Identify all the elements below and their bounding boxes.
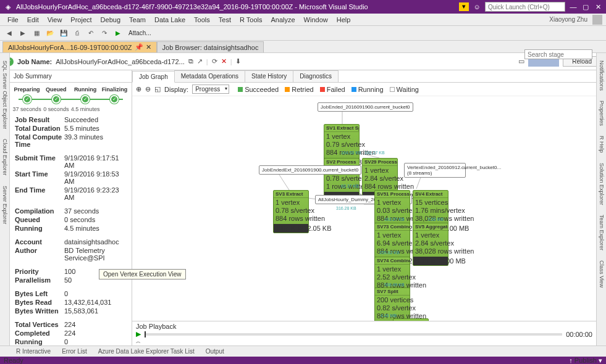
signed-in-user[interactable]: Xiaoyong Zhu xyxy=(545,15,591,24)
menu-datalake[interactable]: Data Lake xyxy=(151,15,189,25)
summary-value: 5.5 minutes xyxy=(64,125,127,132)
fit-icon[interactable]: ◱ xyxy=(154,85,161,93)
bottom-toolwindows: R Interactive Error List Azure Data Lake… xyxy=(0,345,606,357)
tab-adl-tasklist[interactable]: Azure Data Lake Explorer Task List xyxy=(93,347,200,356)
menu-help[interactable]: Help xyxy=(333,15,355,25)
menu-bar: File Edit View Project Debug Team Data L… xyxy=(0,14,606,26)
tab-diagnostics[interactable]: Diagnostics xyxy=(293,70,339,82)
menu-view[interactable]: View xyxy=(44,15,66,25)
avatar-icon[interactable] xyxy=(592,15,602,25)
tab-team-explorer[interactable]: Team Explorer xyxy=(598,212,605,253)
minimize-icon[interactable]: — xyxy=(569,3,578,10)
summary-key: End Time xyxy=(15,186,64,201)
tab-properties[interactable]: Properties xyxy=(598,98,605,128)
stage-dot-icon xyxy=(110,95,119,104)
stage-dot-icon xyxy=(52,95,61,104)
node-jobended[interactable]: JobEnded_2016091900.current_bucket0 xyxy=(318,102,413,112)
status-ready: Ready xyxy=(4,357,23,364)
display-select[interactable]: Progress xyxy=(192,85,229,94)
summary-value: 4.5 minutes xyxy=(64,225,127,232)
job-header: ✓ Job Name: AllJobsHourlyForAdHoc_a96bce… xyxy=(0,53,606,70)
tab-class-view[interactable]: Class View xyxy=(598,258,605,290)
summary-value: Succeeded xyxy=(64,116,127,123)
notify-flag-icon[interactable]: ▾ xyxy=(459,2,469,11)
menu-rtools[interactable]: R Tools xyxy=(236,15,266,25)
tab-cloud-explorer[interactable]: Cloud Explorer xyxy=(1,136,9,178)
new-file-icon[interactable]: ▦ xyxy=(31,28,42,39)
node-sv5[interactable]: SV5 Aggregate1 vertex2.84 s/vertex38,028… xyxy=(413,223,448,266)
tab-notifications[interactable]: Notifications xyxy=(598,58,605,93)
summary-value: 0 xyxy=(64,338,127,345)
job-name: AllJobsHourlyForAdHoc_a96bceda-d172... xyxy=(56,58,185,65)
graph-edges xyxy=(132,96,596,321)
tab-job-graph[interactable]: Job Graph xyxy=(132,71,175,83)
playback-slider[interactable] xyxy=(145,333,562,336)
open-file-icon[interactable]: 📂 xyxy=(44,28,56,39)
nav-fwd-icon[interactable]: ▶ xyxy=(17,28,28,39)
zoom-in-icon[interactable]: ⊕ xyxy=(136,85,141,93)
tab-metadata-ops[interactable]: Metadata Operations xyxy=(174,70,245,82)
summary-value: 13,432,614,031 xyxy=(64,299,127,306)
menu-file[interactable]: File xyxy=(4,15,22,25)
menu-test[interactable]: Test xyxy=(215,15,235,25)
tab-state-history[interactable]: State History xyxy=(245,70,293,82)
start-icon[interactable]: ▶ xyxy=(112,28,124,39)
node-sv7[interactable]: SV7 Split200 vertices0.82 s/vertex884 ro… xyxy=(374,287,410,321)
node-vertexended[interactable]: VertexEnded_20160912.current_bucket0... … xyxy=(404,163,466,178)
stage-dot-icon xyxy=(23,95,32,104)
summary-key: Total Compute Time xyxy=(15,133,64,148)
menu-tools[interactable]: Tools xyxy=(190,15,214,25)
job-name-label: Job Name: xyxy=(17,58,52,65)
tab-output[interactable]: Output xyxy=(201,347,229,356)
tab-job-browser[interactable]: Job Browser: datainsightsadhoc xyxy=(157,41,264,52)
node-sv3[interactable]: SV3 Extract1 vertex0.78 s/vertex884 rows… xyxy=(273,190,309,233)
publish-button[interactable]: ↑ Publish ▾ xyxy=(569,357,602,365)
menu-debug[interactable]: Debug xyxy=(97,15,124,25)
summary-value: 39.3 minutes xyxy=(64,133,127,148)
search-stage-wrap xyxy=(524,49,592,59)
tab-r-interactive[interactable]: R Interactive xyxy=(11,347,56,356)
menu-team[interactable]: Team xyxy=(125,15,149,25)
tab-solution-explorer[interactable]: Solution Explorer xyxy=(598,160,605,208)
menu-window[interactable]: Window xyxy=(300,15,332,25)
node-sv74[interactable]: SV74 Combine Parti...1 vertex2.52 s/vert… xyxy=(374,257,410,292)
menu-edit[interactable]: Edit xyxy=(23,15,43,25)
play-icon[interactable]: ▶ xyxy=(136,330,141,338)
tab-close-icon[interactable]: ✕ xyxy=(146,43,151,51)
graph-toolbar: ⊕ ⊖ ◱ Display: Progress Succeeded Retrie… xyxy=(132,83,596,96)
zoom-out-icon[interactable]: ⊖ xyxy=(145,85,151,93)
feedback-icon[interactable]: ☺ xyxy=(473,3,481,10)
refresh-icon[interactable]: ⟳ xyxy=(212,57,217,65)
undo-icon[interactable]: ↶ xyxy=(85,28,96,39)
search-stage-input[interactable] xyxy=(524,49,592,59)
open-external-icon[interactable]: ↗ xyxy=(197,57,203,65)
tab-pin-icon[interactable]: 📌 xyxy=(135,43,143,51)
redo-icon[interactable]: ↷ xyxy=(99,28,110,39)
summary-value: 224 xyxy=(64,321,127,328)
card-icon[interactable]: ▭ xyxy=(518,57,524,65)
tab-error-list[interactable]: Error List xyxy=(57,347,92,356)
copy-icon[interactable]: ⧉ xyxy=(188,57,193,65)
summary-key: Parallelism xyxy=(15,276,64,284)
tab-rhelp[interactable]: R Help xyxy=(598,133,605,155)
document-tabs: AllJobsHourlyForA...16-09-19T00:00:00Z📌✕… xyxy=(0,41,606,53)
tab-job-view[interactable]: AllJobsHourlyForA...16-09-19T00:00:00Z📌✕ xyxy=(2,41,157,52)
attach-button[interactable]: Attach... xyxy=(126,30,154,36)
summary-key: Total Duration xyxy=(15,125,64,132)
collapse-icon[interactable]: ︿ xyxy=(136,338,592,345)
download-icon[interactable]: ⬇ xyxy=(235,57,241,65)
tab-server-explorer[interactable]: Server Explorer xyxy=(1,183,9,227)
save-icon[interactable]: 💾 xyxy=(58,28,69,39)
close-icon[interactable]: ✕ xyxy=(594,3,602,11)
nav-back-icon[interactable]: ◀ xyxy=(4,28,15,39)
menu-project[interactable]: Project xyxy=(67,15,95,25)
maximize-icon[interactable]: ▢ xyxy=(581,3,590,11)
menu-analyze[interactable]: Analyze xyxy=(267,15,298,25)
graph-canvas[interactable]: JobEnded_2016091900.current_bucket0 SV1 … xyxy=(132,96,596,321)
quick-launch-input[interactable] xyxy=(485,2,565,12)
save-all-icon[interactable]: ⎙ xyxy=(72,28,83,39)
stop-icon[interactable]: ✕ xyxy=(221,57,227,65)
tab-sql-explorer[interactable]: SQL Server Object Explorer xyxy=(1,58,9,131)
node-jobendedext[interactable]: JobEndedExt_2016091900.current_bucket0 xyxy=(259,165,361,175)
node-sv6[interactable]: SV6 Aggregate1 vertex33.08 s/vertex0 row… xyxy=(393,318,429,321)
